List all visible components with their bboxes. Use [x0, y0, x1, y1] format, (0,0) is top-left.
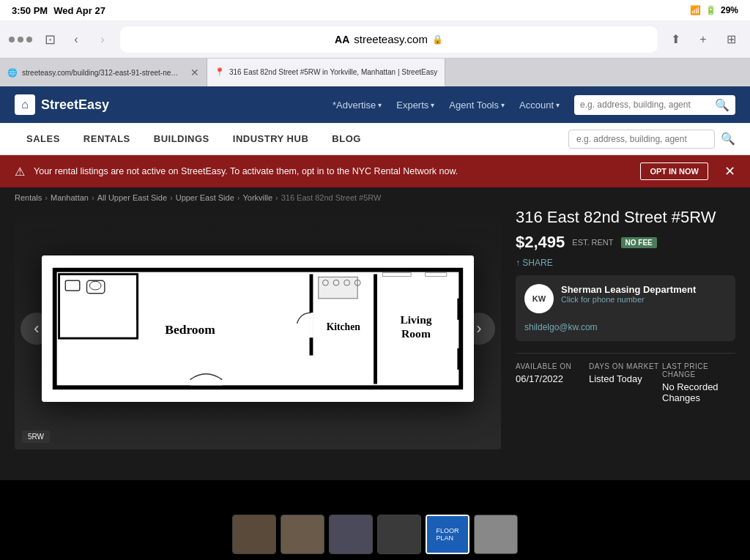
share-icon: ↑ [516, 258, 522, 268]
contact-name: Sherman Leasing Department [561, 284, 696, 295]
aa-label: AA [335, 34, 349, 45]
advertise-chevron-icon: ▾ [378, 101, 382, 109]
nav-industry-hub[interactable]: INDUSTRY HUB [221, 123, 321, 155]
no-fee-badge: NO FEE [621, 237, 657, 248]
browser-chrome: ⊡ ‹ › AA streeteasy.com 🔒 ⬆ + ⊞ [0, 20, 750, 59]
se-header-nav: *Advertise ▾ Experts ▾ Agent Tools ▾ Acc… [333, 95, 735, 115]
nav-rentals[interactable]: RENTALS [72, 123, 142, 155]
status-left: 3:50 PM Wed Apr 27 [12, 5, 105, 16]
thumbnail-floorplan[interactable]: FLOORPLAN [426, 515, 469, 554]
thumbnail-map[interactable] [474, 515, 518, 554]
time: 3:50 PM [12, 5, 48, 16]
experts-chevron-icon: ▾ [431, 101, 434, 109]
back-button[interactable]: ‹ [66, 29, 86, 50]
forward-button[interactable]: › [92, 29, 113, 50]
se-nav-account[interactable]: Account ▾ [519, 100, 560, 111]
listing-address: 316 East 82nd Street #5RW [516, 208, 735, 227]
available-label: AVAILABLE ON [516, 362, 589, 370]
status-bar: 3:50 PM Wed Apr 27 📶 🔋 29% [0, 0, 750, 20]
thumbnail-strip: FLOORPLAN [0, 509, 750, 560]
nav-buildings[interactable]: BUILDINGS [142, 123, 221, 155]
share-label: SHARE [522, 258, 552, 268]
browser-icons-left: ⊡ ‹ › [40, 29, 113, 50]
thumbnail-4[interactable] [377, 515, 421, 554]
opt-in-button[interactable]: OPT IN NOW [640, 163, 708, 180]
account-chevron-icon: ▾ [556, 101, 560, 109]
available-value: 06/17/2022 [516, 373, 589, 384]
contact-cta[interactable]: Click for phone number [561, 295, 696, 304]
tab-2[interactable]: 📍 316 East 82nd Street #5RW in Yorkville… [207, 59, 445, 86]
svg-rect-16 [390, 379, 418, 385]
nav-sales[interactable]: SALES [15, 123, 72, 155]
address-text: streeteasy.com [354, 33, 428, 45]
se-nav-advertise[interactable]: *Advertise ▾ [333, 100, 382, 111]
svg-rect-14 [426, 273, 447, 277]
price-change-stat: LAST PRICE CHANGE No Recorded Changes [662, 362, 735, 403]
contact-email[interactable]: shildelgo@kw.com [524, 322, 727, 332]
alert-icon: ⚠ [15, 165, 25, 179]
main-nav: SALES RENTALS BUILDINGS INDUSTRY HUB BLO… [0, 123, 750, 155]
thumbnail-2[interactable] [281, 515, 324, 554]
agent-tools-label: Agent Tools [449, 100, 499, 111]
browser-dots [9, 37, 32, 42]
svg-text:Kitchen: Kitchen [327, 321, 361, 332]
tabs-bar: 🌐 streeteasy.com/building/312-east-91-st… [0, 59, 750, 86]
share-button[interactable]: ⬆ [665, 29, 686, 50]
tab-2-label: 316 East 82nd Street #5RW in Yorkville, … [229, 68, 437, 76]
days-label: DAYS ON MARKET [589, 362, 662, 370]
se-search-icon[interactable]: 🔍 [715, 98, 729, 112]
svg-rect-17 [432, 379, 453, 385]
status-right: 📶 🔋 29% [690, 5, 738, 15]
tabs-button[interactable]: ⊞ [721, 29, 741, 50]
svg-text:Room: Room [401, 327, 431, 340]
se-logo[interactable]: ⌂ StreetEasy [15, 94, 109, 115]
floorplan-overlay: Bedroom Kitchen Living Room [42, 255, 474, 402]
se-search-input[interactable] [580, 100, 710, 110]
listing-price-row: $2,495 EST. RENT NO FEE [516, 233, 735, 252]
alert-text: Your rental listings are not active on S… [34, 166, 631, 176]
se-nav-experts[interactable]: Experts ▾ [396, 100, 434, 111]
agent-tools-chevron-icon: ▾ [501, 101, 505, 109]
account-label: Account [519, 100, 554, 111]
svg-rect-1 [59, 275, 138, 339]
main-search-icon[interactable]: 🔍 [721, 132, 735, 146]
contact-logo: KW [524, 284, 554, 313]
se-logo-icon: ⌂ [15, 94, 35, 115]
sidebar-toggle-button[interactable]: ⊡ [40, 29, 60, 50]
svg-text:Living: Living [400, 313, 431, 326]
tab-1-close-icon[interactable]: ✕ [190, 67, 199, 78]
thumbnail-3[interactable] [329, 515, 373, 554]
alert-close-button[interactable]: ✕ [724, 163, 735, 179]
days-value: Listed Today [589, 373, 662, 384]
battery-percent: 29% [721, 5, 738, 15]
address-bar[interactable]: AA streeteasy.com 🔒 [120, 26, 658, 53]
experts-label: Experts [396, 100, 428, 111]
svg-rect-13 [382, 273, 411, 277]
svg-rect-18 [457, 299, 462, 320]
thumbnail-1[interactable] [232, 515, 276, 554]
price-amount: $2,495 [516, 233, 565, 252]
main-search-input[interactable] [568, 130, 715, 149]
price-change-label: LAST PRICE CHANGE [662, 362, 735, 378]
browser-icons-right: ⬆ + ⊞ [665, 29, 741, 50]
tab-1-favicon: 🌐 [7, 68, 18, 78]
nav-blog[interactable]: BLOG [320, 123, 373, 155]
add-tab-button[interactable]: + [693, 29, 713, 50]
tab-2-favicon: 📍 [215, 67, 225, 77]
listing-sidebar: 316 East 82nd Street #5RW $2,495 EST. RE… [516, 208, 735, 449]
battery-icon: 🔋 [705, 5, 716, 15]
price-label: EST. RENT [572, 238, 613, 247]
price-change-value: No Recorded Changes [662, 381, 735, 403]
breadcrumb: Rentals › Manhattan › All Upper East Sid… [0, 187, 750, 208]
tab-1[interactable]: 🌐 streeteasy.com/building/312-east-91-st… [0, 59, 207, 86]
contact-card: KW Sherman Leasing Department Click for … [516, 275, 735, 341]
photo-area: Bedroom Kitchen Living Room ‹ › 5RW [15, 208, 501, 449]
wifi-icon: 📶 [690, 5, 701, 15]
share-button-row[interactable]: ↑ SHARE [516, 258, 735, 268]
photo-label-badge: 5RW [22, 430, 50, 443]
svg-text:Bedroom: Bedroom [165, 322, 215, 337]
se-header: ⌂ StreetEasy *Advertise ▾ Experts ▾ Agen… [0, 86, 750, 123]
available-on-stat: AVAILABLE ON 06/17/2022 [516, 362, 589, 403]
se-nav-agent-tools[interactable]: Agent Tools ▾ [449, 100, 505, 111]
day: Wed Apr 27 [53, 5, 105, 16]
